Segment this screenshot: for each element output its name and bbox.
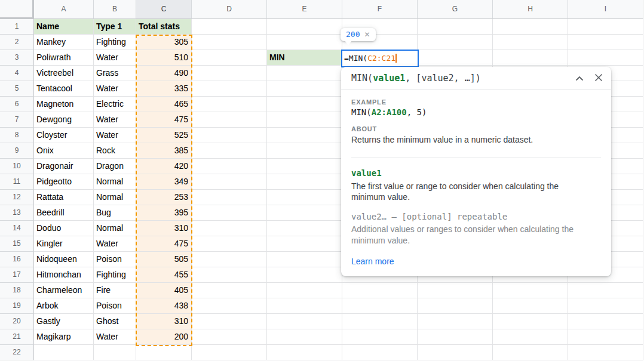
- cell-C6[interactable]: 465: [136, 97, 192, 112]
- cell-E10[interactable]: [267, 159, 342, 174]
- cell-I18[interactable]: [568, 283, 643, 298]
- cell-E21[interactable]: [267, 329, 342, 345]
- cell-D14[interactable]: [192, 221, 267, 236]
- cell-E13[interactable]: [267, 205, 342, 221]
- column-header-E[interactable]: E: [267, 0, 342, 19]
- cell-C3[interactable]: 510: [136, 50, 192, 66]
- row-header-21[interactable]: 21: [0, 329, 34, 345]
- cell-I2[interactable]: [568, 35, 643, 50]
- cell-B2[interactable]: Fighting: [94, 35, 136, 50]
- cell-E3[interactable]: MIN: [267, 50, 342, 66]
- row-header-4[interactable]: 4: [0, 66, 34, 81]
- cell-E16[interactable]: [267, 252, 342, 267]
- cell-B18[interactable]: Fire: [94, 283, 136, 298]
- cell-E5[interactable]: [267, 81, 342, 97]
- cell-C14[interactable]: 310: [136, 221, 192, 236]
- cell-G2[interactable]: [418, 35, 493, 50]
- cell-D11[interactable]: [192, 174, 267, 190]
- cell-E1[interactable]: [267, 19, 342, 35]
- cell-B22[interactable]: [94, 345, 136, 360]
- chip-close-icon[interactable]: ✕: [364, 30, 370, 39]
- row-header-6[interactable]: 6: [0, 97, 34, 112]
- cell-A8[interactable]: Cloyster: [34, 128, 94, 143]
- cell-F22[interactable]: [342, 345, 418, 360]
- cell-B21[interactable]: Water: [94, 329, 136, 345]
- formula-edit-cell[interactable]: =MIN(C2:C21: [341, 50, 419, 67]
- cell-B7[interactable]: Water: [94, 112, 136, 128]
- cell-E19[interactable]: [267, 298, 342, 314]
- cell-I21[interactable]: [568, 329, 643, 345]
- row-header-10[interactable]: 10: [0, 159, 34, 174]
- row-header-3[interactable]: 3: [0, 50, 34, 66]
- cell-D9[interactable]: [192, 143, 267, 159]
- cell-D22[interactable]: [192, 345, 267, 360]
- cell-D3[interactable]: [192, 50, 267, 66]
- row-header-17[interactable]: 17: [0, 267, 34, 283]
- cell-C17[interactable]: 455: [136, 267, 192, 283]
- learn-more-link[interactable]: Learn more: [351, 257, 394, 266]
- cell-C2[interactable]: 305: [136, 35, 192, 50]
- cell-E22[interactable]: [267, 345, 342, 360]
- cell-A21[interactable]: Magikarp: [34, 329, 94, 345]
- cell-B19[interactable]: Poison: [94, 298, 136, 314]
- cell-G22[interactable]: [418, 345, 493, 360]
- select-all-corner[interactable]: [0, 0, 34, 19]
- cell-E20[interactable]: [267, 314, 342, 329]
- cell-A16[interactable]: Nidoqueen: [34, 252, 94, 267]
- cell-A6[interactable]: Magneton: [34, 97, 94, 112]
- cell-B6[interactable]: Electric: [94, 97, 136, 112]
- cell-B12[interactable]: Normal: [94, 190, 136, 205]
- cell-D10[interactable]: [192, 159, 267, 174]
- cell-B4[interactable]: Grass: [94, 66, 136, 81]
- cell-B14[interactable]: Normal: [94, 221, 136, 236]
- cell-B11[interactable]: Normal: [94, 174, 136, 190]
- cell-A11[interactable]: Pidgeotto: [34, 174, 94, 190]
- column-header-I[interactable]: I: [568, 0, 643, 19]
- cell-I19[interactable]: [568, 298, 643, 314]
- cell-D8[interactable]: [192, 128, 267, 143]
- cell-I1[interactable]: [568, 19, 643, 35]
- cell-H21[interactable]: [493, 329, 568, 345]
- column-header-A[interactable]: A: [34, 0, 94, 19]
- cell-C18[interactable]: 405: [136, 283, 192, 298]
- cell-G3[interactable]: [418, 50, 493, 66]
- row-header-5[interactable]: 5: [0, 81, 34, 97]
- cell-B15[interactable]: Water: [94, 236, 136, 252]
- row-header-12[interactable]: 12: [0, 190, 34, 205]
- row-header-19[interactable]: 19: [0, 298, 34, 314]
- cell-B5[interactable]: Water: [94, 81, 136, 97]
- cell-D16[interactable]: [192, 252, 267, 267]
- cell-H2[interactable]: [493, 35, 568, 50]
- cell-I22[interactable]: [568, 345, 643, 360]
- cell-A12[interactable]: Rattata: [34, 190, 94, 205]
- cell-C5[interactable]: 335: [136, 81, 192, 97]
- cell-F21[interactable]: [342, 329, 418, 345]
- cell-H22[interactable]: [493, 345, 568, 360]
- row-header-7[interactable]: 7: [0, 112, 34, 128]
- cell-D1[interactable]: [192, 19, 267, 35]
- cell-A7[interactable]: Dewgong: [34, 112, 94, 128]
- cell-A22[interactable]: [34, 345, 94, 360]
- column-header-F[interactable]: F: [342, 0, 418, 19]
- cell-D6[interactable]: [192, 97, 267, 112]
- cell-H20[interactable]: [493, 314, 568, 329]
- collapse-button[interactable]: [575, 74, 584, 83]
- cell-C8[interactable]: 525: [136, 128, 192, 143]
- cell-C21[interactable]: 200: [136, 329, 192, 345]
- cell-G1[interactable]: [418, 19, 493, 35]
- cell-C11[interactable]: 349: [136, 174, 192, 190]
- column-header-H[interactable]: H: [493, 0, 568, 19]
- close-button[interactable]: [594, 73, 603, 84]
- cell-B17[interactable]: Fighting: [94, 267, 136, 283]
- cell-F20[interactable]: [342, 314, 418, 329]
- column-header-C[interactable]: C: [136, 0, 192, 19]
- cell-D7[interactable]: [192, 112, 267, 128]
- row-header-9[interactable]: 9: [0, 143, 34, 159]
- row-header-13[interactable]: 13: [0, 205, 34, 221]
- cell-B3[interactable]: Water: [94, 50, 136, 66]
- cell-C1[interactable]: Total stats: [136, 19, 192, 35]
- cell-I20[interactable]: [568, 314, 643, 329]
- cell-G21[interactable]: [418, 329, 493, 345]
- cell-A3[interactable]: Poliwrath: [34, 50, 94, 66]
- cell-A10[interactable]: Dragonair: [34, 159, 94, 174]
